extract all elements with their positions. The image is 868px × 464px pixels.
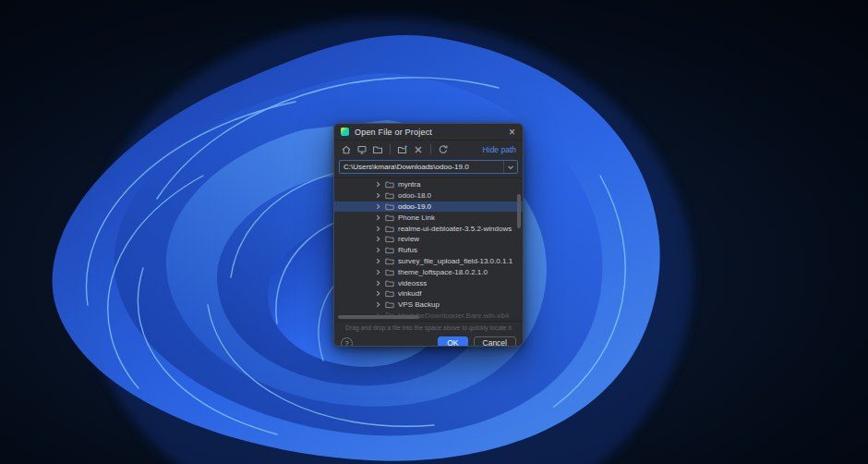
tree-item-label: vinkudf [398, 289, 421, 298]
new-folder-icon[interactable] [397, 144, 408, 155]
folder-icon [385, 279, 394, 287]
tree-item-label: odoo-19.0 [398, 202, 431, 211]
hide-path-link[interactable]: Hide path [483, 145, 516, 154]
tree-item-label: myntra [398, 180, 420, 189]
dialog-title: Open File or Project [355, 128, 502, 137]
tree-row[interactable]: vinkudf [334, 288, 523, 299]
tree-item-label: survey_file_upload_field-13.0.0.1.1 [398, 257, 512, 265]
desktop: Open File or Project × [0, 0, 868, 464]
cancel-button[interactable]: Cancel [474, 336, 516, 347]
home-icon[interactable] [341, 144, 352, 155]
chevron-right-icon[interactable] [375, 192, 381, 199]
horizontal-scrollbar-thumb[interactable] [338, 315, 419, 319]
folder-icon [385, 235, 394, 243]
chevron-right-icon[interactable] [375, 226, 381, 232]
folder-icon [385, 202, 394, 211]
refresh-icon[interactable] [438, 144, 449, 155]
tree-item-label: Rufus [398, 246, 417, 254]
chevron-down-icon [507, 164, 514, 171]
dialog-footer: ? OK Cancel [334, 332, 523, 347]
folder-icon [385, 180, 394, 189]
vertical-scrollbar-thumb[interactable] [517, 194, 521, 228]
chevron-right-icon[interactable] [375, 214, 381, 221]
tree-row[interactable] [334, 321, 523, 322]
folder-icon [385, 268, 394, 276]
tree-row[interactable]: Rufus [334, 245, 523, 256]
help-button[interactable]: ? [341, 337, 353, 348]
open-file-dialog: Open File or Project × [333, 123, 524, 347]
folder-icon [385, 191, 394, 200]
folder-icon [385, 257, 394, 265]
chevron-right-icon[interactable] [375, 181, 381, 188]
tree-item-label: theme_loftspace-18.0.2.1.0 [398, 268, 488, 276]
chevron-right-icon[interactable] [375, 280, 381, 287]
dialog-titlebar: Open File or Project × [334, 124, 523, 140]
path-input[interactable] [340, 161, 503, 173]
tree-row[interactable]: myntra [334, 179, 523, 190]
tree-item-label: videosss [398, 279, 427, 287]
chevron-right-icon[interactable] [375, 258, 381, 264]
ok-button[interactable]: OK [438, 336, 467, 347]
chevron-right-icon[interactable] [375, 269, 381, 275]
tree-row[interactable]: Phone Link [334, 212, 523, 223]
tree-row[interactable]: survey_file_upload_field-13.0.0.1.1 [334, 256, 523, 267]
folder-icon [385, 289, 394, 298]
folder-icon [385, 300, 394, 309]
desktop-icon[interactable] [356, 144, 368, 155]
chevron-right-icon[interactable] [375, 236, 381, 242]
tree-item-label: Phone Link [398, 214, 435, 222]
pycharm-app-icon [341, 128, 349, 136]
tree-item-label: review [398, 235, 419, 243]
combo-dropdown-button[interactable] [503, 161, 517, 173]
file-tree[interactable]: myntraodoo-18.0odoo-19.0Phone Linkrealme… [334, 177, 523, 322]
project-folder-icon[interactable] [372, 144, 383, 155]
close-icon[interactable]: × [508, 127, 516, 138]
tree-item-label: odoo-18.0 [398, 191, 431, 200]
chevron-right-icon[interactable] [375, 203, 381, 210]
tree-item-label: realme-ui-debloater-3.5.2-windows [398, 225, 512, 233]
drag-drop-hint: Drag and drop a file into the space abov… [334, 324, 523, 332]
folder-icon [385, 246, 394, 254]
chevron-right-icon[interactable] [375, 301, 381, 308]
folder-icon [385, 214, 394, 222]
chevron-right-icon[interactable] [375, 247, 381, 253]
toolbar-separator [390, 144, 391, 154]
tree-row[interactable]: odoo-19.0 [334, 201, 523, 213]
tree-row[interactable]: review [334, 234, 523, 245]
tree-row[interactable]: theme_loftspace-18.0.2.1.0 [334, 266, 523, 277]
folder-icon [385, 225, 394, 233]
toolbar-separator [430, 144, 431, 154]
file-chooser-toolbar: Hide path [334, 140, 523, 158]
tree-row[interactable]: videosss [334, 277, 523, 288]
tree-row[interactable]: odoo-18.0 [334, 190, 523, 201]
tree-row[interactable]: VPS Backup [334, 299, 523, 311]
tree-item-label: VPS Backup [398, 300, 440, 309]
tree-row[interactable]: realme-ui-debloater-3.5.2-windows [334, 223, 523, 234]
delete-icon[interactable] [413, 144, 424, 155]
chevron-right-icon[interactable] [375, 290, 381, 297]
path-combo-box [339, 160, 518, 174]
